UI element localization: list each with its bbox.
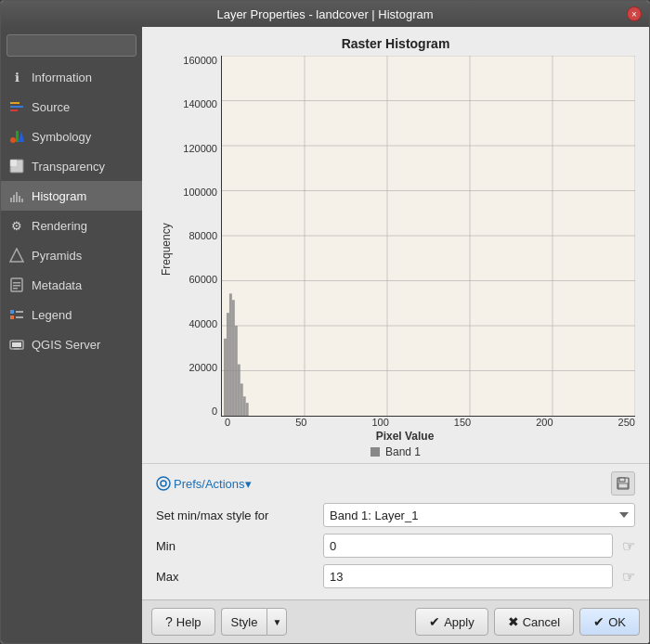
sidebar-item-label: Source [32, 100, 70, 114]
sidebar-item-symbology[interactable]: Symbology [1, 122, 142, 151]
controls-area: Prefs/Actions▾ Set min/max style for Ban… [142, 463, 649, 599]
search-input[interactable] [13, 39, 130, 52]
style-label: Style [231, 615, 258, 629]
y-tick-7: 140000 [175, 99, 217, 109]
chart-plot: 0 20000 40000 60000 80000 100000 120000 … [175, 56, 635, 417]
svg-rect-1 [10, 106, 23, 108]
rendering-icon: ⚙ [8, 217, 25, 234]
cancel-label: Cancel [523, 615, 560, 629]
save-button[interactable] [611, 471, 635, 496]
svg-rect-11 [19, 196, 20, 202]
sidebar-item-rendering[interactable]: ⚙ Rendering [1, 211, 142, 240]
x-axis-label: Pixel Value [175, 430, 635, 443]
main-panel: Raster Histogram Frequency 0 20000 40000… [142, 27, 649, 643]
y-tick-0: 0 [175, 406, 217, 417]
y-tick-1: 20000 [175, 363, 217, 373]
band-select[interactable]: Band 1: Layer_1 [323, 503, 635, 527]
svg-rect-42 [235, 326, 238, 416]
svg-rect-45 [243, 396, 246, 416]
svg-rect-43 [238, 365, 240, 416]
min-cursor-icon: ☞ [622, 537, 635, 555]
y-tick-6: 120000 [175, 144, 217, 154]
svg-rect-41 [232, 300, 235, 416]
sidebar-item-pyramids[interactable]: Pyramids [1, 240, 142, 270]
y-tick-5: 100000 [175, 187, 217, 198]
svg-rect-10 [16, 192, 18, 202]
pyramids-icon [8, 247, 25, 264]
svg-rect-7 [10, 160, 17, 166]
x-tick-5: 250 [618, 417, 635, 428]
content-area: ℹ Information Source Symbology Transpar [1, 27, 649, 643]
sidebar: ℹ Information Source Symbology Transpar [1, 27, 142, 643]
svg-rect-15 [13, 282, 20, 284]
set-minmax-row: Set min/max style for Band 1: Layer_1 [156, 503, 635, 527]
style-button[interactable]: Style [221, 608, 267, 636]
svg-point-3 [10, 137, 16, 143]
max-row: Max ☞ [156, 564, 635, 588]
help-label: Help [176, 615, 202, 629]
main-window: Layer Properties - landcover | Histogram… [0, 0, 650, 644]
legend-label: Band 1 [385, 445, 421, 458]
x-tick-0: 0 [225, 417, 230, 428]
chart-title: Raster Histogram [156, 36, 635, 51]
min-label: Min [156, 539, 314, 553]
max-cursor-icon: ☞ [622, 568, 635, 586]
x-axis-row: 0 50 100 150 200 250 [175, 417, 635, 428]
histogram-icon [8, 187, 25, 204]
svg-rect-20 [10, 316, 14, 319]
svg-point-48 [161, 481, 166, 486]
max-label: Max [156, 570, 314, 584]
min-row: Min ☞ [156, 534, 635, 558]
ok-icon: ✔ [593, 614, 604, 629]
svg-rect-51 [618, 483, 628, 488]
sidebar-item-transparency[interactable]: Transparency [1, 151, 142, 181]
sidebar-item-label: Pyramids [32, 249, 82, 263]
sidebar-item-label: Histogram [32, 189, 86, 203]
x-tick-4: 200 [536, 417, 552, 428]
sidebar-item-legend[interactable]: Legend [1, 300, 142, 329]
svg-rect-24 [14, 348, 20, 350]
sidebar-item-label: Symbology [32, 130, 91, 144]
svg-rect-19 [16, 311, 23, 313]
histogram-area: Raster Histogram Frequency 0 20000 40000… [142, 27, 649, 463]
sidebar-item-histogram[interactable]: Histogram [1, 181, 142, 211]
svg-rect-16 [13, 285, 20, 287]
x-ticks: 0 50 100 150 200 250 [225, 417, 635, 428]
svg-rect-17 [13, 288, 18, 290]
sidebar-item-source[interactable]: Source [1, 92, 142, 122]
svg-rect-40 [229, 293, 232, 416]
y-axis-label: Frequency [156, 56, 175, 443]
sidebar-item-information[interactable]: ℹ Information [1, 62, 142, 92]
prefs-actions-button[interactable]: Prefs/Actions▾ [156, 476, 252, 491]
svg-rect-4 [16, 131, 19, 142]
sidebar-item-metadata[interactable]: Metadata [1, 270, 142, 300]
sidebar-item-label: Metadata [32, 278, 82, 292]
information-icon: ℹ [8, 69, 25, 85]
max-input[interactable] [323, 564, 613, 588]
sidebar-item-label: Rendering [32, 219, 87, 233]
cancel-button[interactable]: ✖ Cancel [494, 608, 574, 636]
prefs-label: Prefs/Actions▾ [174, 477, 252, 491]
y-ticks: 0 20000 40000 60000 80000 100000 120000 … [175, 56, 221, 417]
help-button[interactable]: ? Help [151, 608, 215, 636]
sidebar-item-label: QGIS Server [32, 338, 100, 352]
sidebar-item-qgis-server[interactable]: QGIS Server [1, 329, 142, 359]
svg-rect-46 [246, 403, 249, 416]
legend-row: Band 1 [156, 445, 635, 458]
chevron-down-icon: ▼ [272, 617, 281, 627]
prefs-row: Prefs/Actions▾ [156, 471, 635, 496]
min-input[interactable] [323, 534, 613, 558]
ok-button[interactable]: ✔ OK [579, 608, 640, 636]
x-tick-1: 50 [295, 417, 306, 428]
y-tick-3: 60000 [175, 275, 217, 285]
style-dropdown-arrow[interactable]: ▼ [266, 608, 287, 636]
apply-icon: ✔ [429, 614, 440, 629]
prefs-icon [156, 476, 171, 491]
close-button[interactable]: × [627, 6, 642, 21]
y-tick-2: 40000 [175, 319, 217, 329]
apply-button[interactable]: ✔ Apply [415, 608, 488, 636]
x-tick-3: 150 [454, 417, 471, 428]
svg-rect-0 [10, 102, 20, 104]
cancel-icon: ✖ [508, 614, 519, 629]
search-box[interactable] [6, 34, 136, 57]
